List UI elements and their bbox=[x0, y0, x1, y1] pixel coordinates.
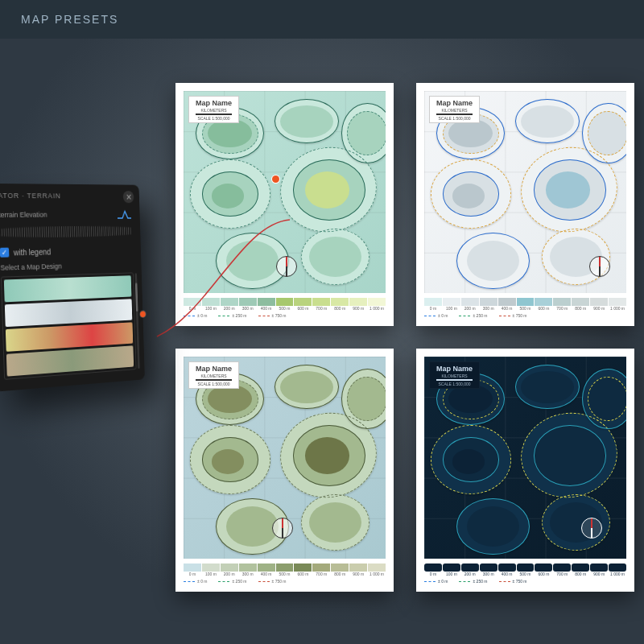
compass-icon bbox=[276, 256, 297, 277]
thumb-scrollbar[interactable] bbox=[135, 273, 140, 369]
preset-card-3[interactable]: Map NameKILOMETERSSCALE 1:500,0000 m100 … bbox=[175, 349, 394, 592]
preset-card-4[interactable]: Map NameKILOMETERSSCALE 1:500,0000 m100 … bbox=[416, 349, 634, 592]
map-name: Map Name bbox=[436, 365, 473, 374]
legend-contour-key: ± 0 m± 250 m± 750 m bbox=[184, 579, 386, 584]
map-preview: Map NameKILOMETERSSCALE 1:500,000 bbox=[424, 357, 626, 559]
map-preview: Map NameKILOMETERSSCALE 1:500,000 bbox=[184, 357, 386, 559]
connector-dot-icon bbox=[272, 175, 279, 183]
panel-header: ATOR · TERRAIN bbox=[0, 192, 131, 200]
legend-contour-key: ± 0 m± 250 m± 750 m bbox=[184, 313, 386, 318]
legend-labels: 0 m100 m200 m300 m400 m500 m600 m700 m80… bbox=[184, 306, 386, 311]
scale-value: SCALE 1:500,000 bbox=[436, 382, 473, 386]
panel-connector-dot-icon bbox=[140, 311, 146, 317]
legend-labels: 0 m100 m200 m300 m400 m500 m600 m700 m80… bbox=[424, 572, 626, 576]
elevation-slider[interactable] bbox=[0, 224, 132, 239]
scale-value: SCALE 1:500,000 bbox=[196, 116, 232, 121]
scale-caption: KILOMETERS bbox=[196, 108, 232, 113]
legend-contour-key: ± 0 m± 250 m± 750 m bbox=[424, 313, 626, 318]
with-legend-checkbox[interactable] bbox=[0, 248, 9, 258]
scale-caption: KILOMETERS bbox=[196, 374, 232, 378]
map-title-box: Map NameKILOMETERSSCALE 1:500,000 bbox=[188, 361, 239, 389]
terrain-panel: ✕ ATOR · TERRAIN terrain Elevation with … bbox=[0, 184, 145, 392]
stage: ✕ ATOR · TERRAIN terrain Elevation with … bbox=[0, 39, 644, 644]
close-icon[interactable]: ✕ bbox=[123, 191, 134, 203]
with-legend-label: with legend bbox=[14, 247, 52, 257]
scale-caption: KILOMETERS bbox=[436, 374, 473, 378]
preset-grid: Map NameKILOMETERSSCALE 1:500,0000 m100 … bbox=[175, 83, 634, 592]
legend-labels: 0 m100 m200 m300 m400 m500 m600 m700 m80… bbox=[424, 306, 626, 311]
map-name: Map Name bbox=[196, 365, 232, 374]
preset-card-2[interactable]: Map NameKILOMETERSSCALE 1:500,0000 m100 … bbox=[416, 83, 634, 326]
preset-card-1[interactable]: Map NameKILOMETERSSCALE 1:500,0000 m100 … bbox=[175, 83, 394, 326]
elevation-spark-icon bbox=[117, 209, 132, 220]
design-thumb-list bbox=[1, 272, 137, 379]
compass-icon bbox=[272, 518, 293, 539]
map-preview: Map NameKILOMETERSSCALE 1:500,000 bbox=[184, 91, 386, 293]
design-thumb-1[interactable] bbox=[4, 275, 132, 302]
scale-value: SCALE 1:500,000 bbox=[436, 116, 473, 121]
compass-icon bbox=[581, 518, 602, 539]
elevation-text: terrain Elevation bbox=[0, 211, 47, 219]
scale-value: SCALE 1:500,000 bbox=[196, 382, 232, 386]
legend-swatches bbox=[184, 298, 386, 306]
compass-icon bbox=[589, 256, 610, 277]
legend-labels: 0 m100 m200 m300 m400 m500 m600 m700 m80… bbox=[184, 572, 386, 576]
scale-caption: KILOMETERS bbox=[436, 108, 473, 113]
map-preview: Map NameKILOMETERSSCALE 1:500,000 bbox=[424, 91, 626, 293]
legend-swatches bbox=[424, 564, 626, 572]
map-name: Map Name bbox=[196, 99, 232, 108]
page-title: MAP PRESETS bbox=[0, 0, 644, 39]
legend-contour-key: ± 0 m± 250 m± 750 m bbox=[424, 579, 626, 584]
elevation-label: terrain Elevation bbox=[0, 209, 132, 221]
legend-swatches bbox=[424, 298, 626, 306]
map-title-box: Map NameKILOMETERSSCALE 1:500,000 bbox=[429, 96, 480, 123]
map-name: Map Name bbox=[436, 99, 473, 108]
legend-swatches bbox=[184, 564, 386, 572]
map-title-box: Map NameKILOMETERSSCALE 1:500,000 bbox=[188, 96, 239, 123]
map-title-box: Map NameKILOMETERSSCALE 1:500,000 bbox=[429, 361, 480, 389]
select-design-label: Select a Map Design bbox=[0, 260, 133, 271]
